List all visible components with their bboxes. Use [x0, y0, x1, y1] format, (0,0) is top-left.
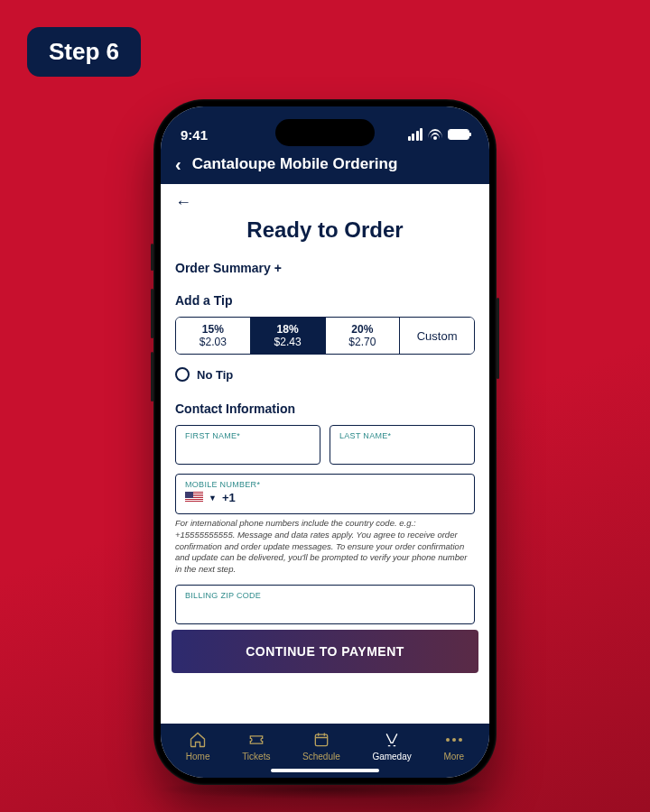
continue-to-payment-button[interactable]: CONTINUE TO PAYMENT — [172, 630, 478, 673]
side-button-silence — [151, 244, 153, 271]
nav-schedule-label: Schedule — [302, 752, 340, 761]
phone-frame: 9:41 ‹ Cantaloupe Mobile Ordering ← Read… — [153, 99, 497, 785]
tip-options: 15% $2.03 18% $2.43 20% $2.70 Custom — [175, 317, 475, 355]
nav-home-label: Home — [186, 752, 210, 761]
dynamic-island — [275, 119, 375, 146]
step-badge: Step 6 — [27, 27, 141, 77]
nav-tickets-label: Tickets — [242, 752, 270, 761]
tip-18-pct: 18% — [251, 323, 325, 336]
contact-heading: Contact Information — [175, 401, 475, 416]
side-button-power — [497, 298, 499, 379]
nav-gameday[interactable]: Gameday — [372, 731, 411, 761]
nav-schedule[interactable]: Schedule — [302, 731, 340, 761]
home-icon — [188, 731, 208, 749]
more-icon — [444, 731, 464, 749]
dial-code: +1 — [222, 491, 236, 504]
home-indicator[interactable] — [271, 769, 379, 772]
ticket-icon — [246, 731, 266, 749]
first-name-field[interactable]: FIRST NAME* — [175, 425, 320, 465]
billing-zip-field[interactable]: BILLING ZIP CODE — [175, 585, 475, 624]
screen: 9:41 ‹ Cantaloupe Mobile Ordering ← Read… — [161, 106, 489, 778]
no-tip-option[interactable]: No Tip — [175, 367, 475, 382]
wifi-icon — [428, 129, 442, 140]
nav-tickets[interactable]: Tickets — [242, 731, 270, 761]
tip-18-amt: $2.43 — [251, 336, 325, 348]
tip-18[interactable]: 18% $2.43 — [251, 318, 326, 354]
phone-helper-text: For international phone numbers include … — [175, 518, 475, 576]
last-name-field[interactable]: LAST NAME* — [330, 425, 475, 465]
tip-20-pct: 20% — [326, 323, 400, 336]
tip-20-amt: $2.70 — [326, 336, 400, 348]
app-header: ‹ Cantaloupe Mobile Ordering — [161, 150, 489, 184]
cellular-icon — [408, 128, 423, 141]
nav-gameday-label: Gameday — [372, 752, 411, 761]
inner-back-button[interactable]: ← — [161, 184, 489, 212]
side-button-volume-up — [151, 289, 153, 338]
app-title: Cantaloupe Mobile Ordering — [192, 155, 398, 173]
status-time: 9:41 — [181, 127, 208, 143]
tip-15-pct: 15% — [176, 323, 250, 336]
hockey-sticks-icon — [382, 731, 402, 749]
tip-heading: Add a Tip — [175, 293, 475, 308]
side-button-volume-down — [151, 352, 153, 401]
mobile-number-field[interactable]: MOBILE NUMBER* ▼ +1 — [175, 474, 475, 514]
nav-more-label: More — [443, 752, 464, 761]
tip-15[interactable]: 15% $2.03 — [176, 318, 251, 354]
mobile-number-label: MOBILE NUMBER* — [185, 480, 465, 489]
billing-zip-label: BILLING ZIP CODE — [185, 591, 465, 600]
back-chevron-icon[interactable]: ‹ — [175, 155, 181, 173]
page-title: Ready to Order — [161, 217, 489, 243]
order-summary-toggle[interactable]: Order Summary + — [175, 261, 475, 275]
svg-rect-0 — [315, 734, 327, 746]
us-flag-icon[interactable] — [185, 492, 203, 503]
no-tip-label: No Tip — [197, 368, 233, 382]
battery-icon — [448, 129, 469, 140]
last-name-label: LAST NAME* — [339, 431, 465, 440]
tip-15-amt: $2.03 — [176, 336, 250, 348]
tip-20[interactable]: 20% $2.70 — [326, 318, 401, 354]
nav-more[interactable]: More — [443, 731, 464, 761]
nav-home[interactable]: Home — [186, 731, 210, 761]
chevron-down-icon[interactable]: ▼ — [209, 494, 217, 503]
radio-unchecked-icon — [175, 367, 190, 382]
first-name-label: FIRST NAME* — [185, 431, 311, 440]
calendar-icon — [311, 731, 331, 749]
tip-custom[interactable]: Custom — [400, 318, 474, 354]
